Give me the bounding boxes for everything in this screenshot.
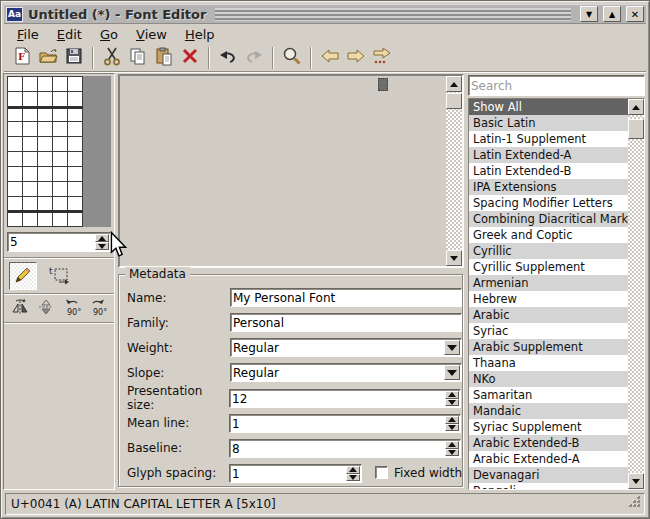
paste-button[interactable] (151, 45, 177, 70)
glyph-overview-canvas[interactable] (118, 74, 464, 268)
grid-cell[interactable] (53, 182, 68, 197)
glyph-grid[interactable] (7, 76, 83, 227)
forward-button[interactable] (343, 45, 369, 70)
grid-cell[interactable] (8, 77, 23, 92)
list-item[interactable]: Hebrew (469, 291, 628, 307)
list-item[interactable]: IPA Extensions (469, 179, 628, 195)
list-item[interactable]: Mandaic (469, 403, 628, 419)
grid-cell[interactable] (68, 107, 83, 122)
spin-up-button[interactable] (445, 391, 459, 399)
grid-cell[interactable] (38, 122, 53, 137)
grid-cell[interactable] (8, 167, 23, 182)
family-input[interactable] (233, 315, 459, 330)
slope-input[interactable] (233, 365, 444, 380)
family-field[interactable] (230, 313, 462, 332)
menu-go[interactable]: Go (91, 25, 127, 44)
spin-down-button[interactable] (445, 399, 459, 407)
grid-cell[interactable] (8, 182, 23, 197)
back-button[interactable] (317, 45, 343, 70)
selected-glyph-marker[interactable] (378, 78, 388, 91)
grid-cell[interactable] (8, 212, 23, 227)
spin-down-button[interactable] (445, 424, 459, 432)
dropdown-button[interactable] (444, 340, 460, 355)
list-item[interactable]: Latin Extended-B (469, 163, 628, 179)
dropdown-button[interactable] (444, 365, 460, 380)
rotate-ccw-button[interactable]: 90° (60, 298, 85, 319)
list-item[interactable]: Samaritan (469, 387, 628, 403)
spin-up-button[interactable] (445, 416, 459, 424)
grid-cell[interactable] (53, 107, 68, 122)
grid-cell[interactable] (53, 167, 68, 182)
scroll-down-button[interactable] (446, 250, 462, 266)
grid-cell[interactable] (8, 92, 23, 107)
grid-cell[interactable] (23, 212, 38, 227)
cut-button[interactable] (99, 45, 125, 70)
canvas-scrollbar[interactable] (446, 76, 462, 266)
zoom-button[interactable] (279, 45, 305, 70)
pencil-tool-button[interactable] (9, 262, 37, 290)
grid-cell[interactable] (38, 152, 53, 167)
grid-cell[interactable] (23, 107, 38, 122)
grid-cell[interactable] (38, 182, 53, 197)
list-item[interactable]: Spacing Modifier Letters (469, 195, 628, 211)
grid-cell[interactable] (8, 137, 23, 152)
list-item[interactable]: Syriac Supplement (469, 419, 628, 435)
list-item[interactable]: Thaana (469, 355, 628, 371)
fixed-width-checkbox[interactable] (375, 466, 388, 479)
spin-up-button[interactable] (95, 234, 109, 242)
list-item[interactable]: Latin Extended-A (469, 147, 628, 163)
grid-cell[interactable] (23, 92, 38, 107)
grid-cell[interactable] (23, 182, 38, 197)
baseline-field[interactable] (229, 439, 461, 458)
grid-cell[interactable] (38, 212, 53, 227)
list-scrollbar[interactable] (628, 99, 644, 489)
grid-cell[interactable] (53, 92, 68, 107)
title-bar[interactable]: Aa Untitled (*) - Font Editor ▼ ▲ ✕ (4, 4, 646, 24)
list-item[interactable]: Syriac (469, 323, 628, 339)
list-item[interactable]: Greek and Coptic (469, 227, 628, 243)
glyph-width-spinner[interactable] (7, 232, 111, 252)
grid-cell[interactable] (8, 152, 23, 167)
list-item[interactable]: Bengali (469, 483, 628, 489)
baseline-input[interactable] (232, 441, 443, 456)
grid-cell[interactable] (23, 152, 38, 167)
glyph-width-input[interactable] (10, 234, 94, 250)
grid-cell[interactable] (68, 92, 83, 107)
grid-cell[interactable] (53, 212, 68, 227)
list-item[interactable]: Cyrillic (469, 243, 628, 259)
search-input[interactable] (471, 77, 642, 94)
name-field[interactable] (230, 288, 462, 307)
presentation-size-input[interactable] (232, 391, 443, 406)
grid-cell[interactable] (68, 77, 83, 92)
goto-glyph-button[interactable] (369, 45, 395, 70)
scrollbar-thumb[interactable] (628, 119, 644, 139)
grid-cell[interactable] (23, 137, 38, 152)
mean-line-field[interactable] (229, 414, 461, 433)
mean-line-input[interactable] (232, 416, 443, 431)
list-item[interactable]: Latin-1 Supplement (469, 131, 628, 147)
menu-view[interactable]: View (127, 25, 176, 44)
list-item[interactable]: Arabic Supplement (469, 339, 628, 355)
grid-cell[interactable] (38, 77, 53, 92)
resize-grip[interactable] (628, 495, 641, 511)
grid-cell[interactable] (38, 92, 53, 107)
grid-cell[interactable] (53, 77, 68, 92)
new-button[interactable]: F (9, 45, 35, 70)
scrollbar-thumb[interactable] (446, 93, 462, 109)
redo-button[interactable] (241, 45, 267, 70)
grid-cell[interactable] (68, 167, 83, 182)
menu-file[interactable]: File (8, 25, 48, 44)
scroll-down-button[interactable] (628, 473, 644, 489)
save-button[interactable] (61, 45, 87, 70)
select-transform-tool-button[interactable]: t (45, 262, 73, 290)
grid-cell[interactable] (8, 107, 23, 122)
grid-cell[interactable] (38, 137, 53, 152)
menu-help[interactable]: Help (176, 25, 224, 44)
maximize-button[interactable]: ▲ (603, 6, 621, 22)
search-box[interactable] (468, 75, 645, 96)
spin-up-button[interactable] (346, 466, 360, 474)
list-item[interactable]: Cyrillic Supplement (469, 259, 628, 275)
list-item[interactable]: Devanagari (469, 467, 628, 483)
slope-field[interactable] (230, 363, 462, 382)
scroll-up-button[interactable] (446, 76, 462, 92)
